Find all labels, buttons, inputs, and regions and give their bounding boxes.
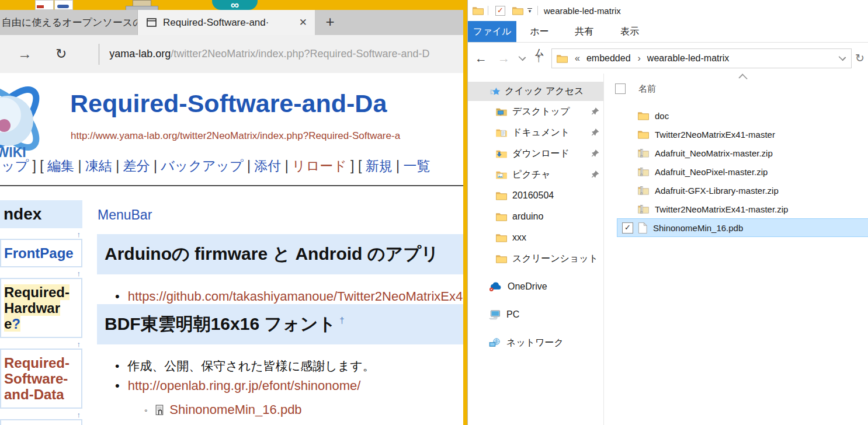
zip-icon [638,186,649,195]
sidebar-item-partial-item[interactable] [0,419,82,425]
folder-pic-icon [496,170,507,179]
bullet-icon: ◦ [144,405,147,415]
attachment-link[interactable]: ShinonomeMin_16.pdb [169,402,301,417]
wiki-nav-link[interactable]: 編集 [47,158,74,173]
wiki-nav-link[interactable]: ップ [1,158,29,173]
sidebar-item-ピクチャ[interactable]: ピクチャ [468,164,603,185]
arduino-logo-icon[interactable]: ∞ [212,0,258,10]
sidebar-item-text: and-Data [4,386,64,402]
wiki-nav-link[interactable]: 凍結 [85,158,112,173]
anchor-up-icon[interactable]: ↑ [0,230,82,239]
wiki-nav-link[interactable]: 添付 [254,158,281,173]
anchor-up-icon[interactable]: ↑ [0,269,82,278]
file-row-ShinonomeMin_16.pdb[interactable]: ✓ShinonomeMin_16.pdb [617,218,868,237]
sidebar-item-デスクトップ[interactable]: デスクトップ [468,101,603,122]
shinonome-link[interactable]: http://openlab.ring.gr.jp/efont/shinonom… [128,378,361,393]
browser-window: 自由に使えるオープンソースの日 Required-Software-and· ✕… [0,10,463,425]
sidebar-item-text: Hardwar [4,300,60,316]
menubar-link[interactable]: MenuBar [98,207,152,223]
back-icon[interactable]: ← [475,51,487,65]
address-bar[interactable]: «embedded›wearable-led-matrix [551,48,852,68]
sidebar-item-frontpage[interactable]: FrontPage [0,239,82,267]
divider [0,185,463,186]
sidebar-item-label: デスクトップ [512,106,570,118]
sidebar-item-OneDrive[interactable]: OneDrive [468,276,603,297]
tab-share[interactable]: 共有 [573,21,595,42]
breadcrumb-item[interactable]: wearable-led-matrix [647,53,730,64]
browser-tab-active[interactable]: Required-Software-and· ✕ [138,10,315,35]
tab-close-icon[interactable]: ✕ [299,16,307,29]
wiki-nav-link[interactable]: 新規 [366,158,393,173]
nav-separator: | [112,158,123,173]
qat-new-folder-icon[interactable] [512,6,523,15]
page-title[interactable]: Required-Software-and-Da [70,89,387,118]
breadcrumb-separator: « [575,53,580,64]
sidebar-item-PC[interactable]: PC [468,304,603,325]
select-all-checkbox[interactable] [615,83,626,94]
zip-icon [638,148,649,158]
name-column-label[interactable]: 名前 [638,83,656,95]
list-item: •http://openlab.ring.gr.jp/efont/shinono… [97,378,463,393]
photo-stack-icon[interactable] [35,0,74,9]
network-icon [489,338,501,348]
ribbon-tabs: ファイル ホーム 共有 表示 [468,21,868,43]
sidebar-item-ダウンロード[interactable]: ダウンロード [468,143,603,164]
file-row-Adafruit_NeoMatrix-master.zip[interactable]: Adafruit_NeoMatrix-master.zip [617,144,868,162]
up-icon[interactable]: ↑ [536,51,541,65]
file-checkbox[interactable]: ✓ [622,222,633,234]
sidebar-item-text: e [4,316,12,332]
forward-icon[interactable]: → [498,51,510,65]
page-title-url[interactable]: http://www.yama-lab.org/twitter2NeoMatri… [71,130,400,142]
forward-icon[interactable]: → [18,46,32,62]
titlebar-separator [488,6,488,15]
github-link[interactable]: https://github.com/takashiyamanoue/Twitt… [128,289,463,304]
explorer-titlebar: ✓ ▾ wearable-led-matrix [468,0,868,21]
tab-home[interactable]: ホーム [526,21,553,42]
sidebar-item-クイック アクセス[interactable]: クイック アクセス [468,82,603,101]
laptop-icon[interactable] [124,0,158,9]
url-path: /twitter2NeoMatrix/index.php?Required-So… [171,48,429,60]
anchor-up-icon[interactable]: ↑ [0,340,82,349]
file-row-Twitter2NeoMatrixEx41-master[interactable]: Twitter2NeoMatrixEx41-master [617,125,868,144]
wiki-nav-link[interactable]: 差分 [123,158,150,173]
toolbar-divider [99,44,99,65]
qat-properties-icon[interactable]: ✓ [495,6,505,16]
pukiwiki-logo: UKIWIKI [0,79,48,168]
tab-file[interactable]: ファイル [468,21,516,42]
wiki-nav-link[interactable]: 一覧 [403,158,430,173]
list-item: •https://github.com/takashiyamanoue/Twit… [97,289,463,304]
sidebar-item-ネットワーク[interactable]: ネットワーク [468,332,603,353]
address-dropdown-icon[interactable] [839,53,846,61]
browser-tab-inactive[interactable]: 自由に使えるオープンソースの日 [0,10,138,35]
new-tab-button[interactable]: + [315,10,345,35]
sidebar-item-ドキュメント[interactable]: ドキュメント [468,122,603,143]
folder-icon [638,111,649,120]
qat-customize-icon[interactable]: ▾ [527,8,532,13]
file-row-doc[interactable]: doc [617,106,868,125]
breadcrumb-item[interactable]: embedded [586,53,631,64]
sidebar-item-arduino[interactable]: arduino [468,206,603,227]
file-name: Twitter2NeoMatrixEx41-master [655,130,775,140]
sidebar-item-スクリーンショット[interactable]: スクリーンショット [468,248,603,269]
recent-locations-icon[interactable] [519,53,526,61]
sidebar-item-xxx[interactable]: xxx [468,227,603,248]
wiki-sidebar: ndex ↑FrontPage↑Required-Hardware?↑Requi… [0,200,82,425]
column-header[interactable]: 名前 [604,82,868,96]
file-row-Adafruit_NeoPixel-master.zip[interactable]: Adafruit_NeoPixel-master.zip [617,162,868,181]
file-row-Twitter2NeoMatrixEx41-master.zip[interactable]: Twitter2NeoMatrixEx41-master.zip [617,200,868,218]
sidebar-item-required-software-and-data[interactable]: Required-Software-and-Data [0,349,82,409]
refresh-icon[interactable]: ↻ [55,46,67,62]
zip-icon [638,167,649,176]
nav-separator: | [244,158,255,173]
wiki-nav-link[interactable]: バックアップ [161,158,243,173]
sidebar-item-label: ダウンロード [512,148,570,160]
anchor-up-icon[interactable]: ↑ [0,410,82,419]
refresh-icon[interactable]: ↻ [855,51,864,65]
anchor-icon[interactable]: † [339,315,344,325]
tab-view[interactable]: 表示 [619,21,641,42]
file-row-Adafruit-GFX-Library-master.zip[interactable]: Adafruit-GFX-Library-master.zip [617,181,868,200]
wiki-nav-link[interactable]: リロード [292,158,347,173]
address-bar[interactable]: yama-lab.org/twitter2NeoMatrix/index.php… [109,48,429,60]
sidebar-item-required-hardware[interactable]: Required-Hardware? [0,278,82,338]
sidebar-item-20160504[interactable]: 20160504 [468,185,603,206]
